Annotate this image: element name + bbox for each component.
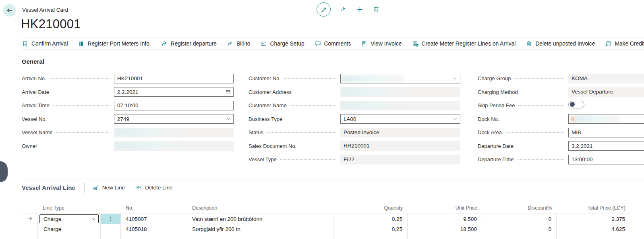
header-no[interactable]: No. [121,205,187,211]
calendar-icon[interactable] [225,89,231,95]
dock-area-input[interactable] [568,128,644,137]
toolbar-delete-unposted-invoice[interactable]: Delete unposted Invoice [526,40,595,47]
document-check-icon [22,40,29,47]
arrival-no-input[interactable] [114,74,234,83]
quantity-cell[interactable]: 0,25 [333,214,408,224]
general-column-3: Charge Group KOMA Charging Method Vessel… [478,72,644,166]
comment-icon [315,40,321,47]
field-label: Dock No. [478,116,499,122]
page-title: HK210001 [21,17,81,31]
customer-no-combobox[interactable] [340,74,460,83]
toolbar-comments[interactable]: Comments [315,40,351,47]
arrival-time-input[interactable] [114,101,234,110]
field-arrival-time: Arrival Time [22,99,234,112]
line-type-select[interactable]: Charge [39,214,99,223]
chevron-down-icon[interactable] [452,76,458,81]
field-label: Dock Area [478,129,502,135]
dotted-leader [502,119,564,119]
toolbar-register-port-meters[interactable]: Register Port Meters Info. [78,40,151,47]
delete-line-button[interactable]: Delete Line [135,184,172,191]
field-label: Business Type [248,116,282,122]
table-header-row: Line Type No. Description Quantity Unit … [22,202,630,214]
general-section-heading[interactable]: General [22,58,44,65]
button-label: New Line [102,185,125,191]
field-status: Status Posted Invoice [248,126,460,139]
row-options-button[interactable] [101,214,120,224]
business-type-combobox[interactable] [340,114,460,124]
vessel-no-combobox[interactable] [114,114,234,124]
row-indicator-cell [22,224,38,234]
skip-period-fee-toggle[interactable] [568,101,584,108]
side-panel-handle[interactable] [0,161,8,182]
field-label: Status [248,129,263,135]
plus-icon[interactable] [356,6,364,13]
toolbar-bill-to[interactable]: Bill-to [227,40,251,47]
header-quantity[interactable]: Quantity [333,205,408,211]
field-arrival-no: Arrival No. [22,72,234,85]
header-description[interactable]: Description [187,205,333,211]
field-label: Charge Group [478,75,511,81]
back-arrow-icon [6,7,13,14]
chevron-down-icon[interactable] [452,116,458,122]
pencil-icon [320,6,327,13]
description-cell[interactable]: Sorpgjald yfir 200 tn [187,224,333,234]
field-owner: Owner [22,139,234,153]
toolbar-make-credit-invoice[interactable]: Make Credit Invoice [605,40,644,47]
field-charge-group: Charge Group KOMA [478,72,644,85]
action-toolbar: Confirm Arrival Register Port Meters Inf… [22,37,644,50]
quantity-cell[interactable]: 0,25 [333,224,408,234]
lines-section-header: Vessel Arrival Line New Line Delete Line [22,182,183,193]
unit-price-cell[interactable]: 9.500 [408,214,482,224]
header-discount[interactable]: Discount% [482,205,557,211]
edit-button[interactable] [317,2,331,17]
description-cell[interactable]: Vatn stærri en 200 brúttótonn [187,214,333,224]
field-vessel-type: Vessel Type FI22 [248,153,460,166]
trash-icon[interactable] [373,6,380,13]
no-cell[interactable]: 4105018 [121,224,187,234]
departure-time-input[interactable] [568,155,644,164]
toolbar-label: Bill-to [236,41,251,47]
redacted-blur [115,129,180,137]
dotted-leader [50,119,110,119]
owner-value-redacted [114,141,234,151]
field-label: Customer Name [248,102,287,108]
toolbar-create-meter-register-lines[interactable]: Create Meter Register Lines on Arrival [412,40,516,47]
toolbar-view-invoice[interactable]: View Invoice [361,40,402,47]
discount-cell[interactable]: 0 [482,214,557,224]
header-total-price[interactable]: Total Price (LCY) [557,205,630,211]
total-price-cell[interactable]: 4.625 [557,224,630,234]
toolbar-confirm-arrival[interactable]: Confirm Arrival [22,40,68,47]
share-icon[interactable] [340,6,347,13]
dotted-leader [295,92,336,92]
arrival-date-input[interactable] [114,87,234,97]
book-icon [78,40,85,47]
no-cell[interactable]: 4105007 [121,214,187,224]
divider [22,196,644,196]
total-price-cell[interactable]: 2.375 [557,214,630,224]
header-unit-price[interactable]: Unit Price [408,205,482,211]
dock-no-input[interactable] [568,114,644,124]
back-button[interactable] [3,4,16,17]
vessel-arrival-lines-table: Line Type No. Description Quantity Unit … [22,202,630,239]
chevron-down-icon[interactable] [226,116,231,122]
discount-cell[interactable]: 0 [482,224,557,234]
line-type-cell[interactable]: Charge [38,224,101,234]
customer-name-value-redacted [340,101,460,110]
dotted-leader [52,92,110,92]
toolbar-label: Confirm Arrival [31,41,68,47]
vessel-arrival-card-page: { "colors": { "accent": "#0b7c84", "sele… [0,0,644,239]
lines-section-heading[interactable]: Vessel Arrival Line [22,184,75,191]
departure-date-input[interactable] [568,141,644,151]
header-line-type[interactable]: Line Type [38,205,101,211]
forward-arrow-icon [227,40,234,47]
sales-document-no-value: HR210001 [340,141,460,151]
charge-group-value: KOMA [568,74,644,83]
unit-price-cell[interactable]: 18.500 [408,224,482,234]
row-options-cell [101,214,121,224]
new-line-button[interactable]: New Line [93,184,125,191]
dotted-leader [290,105,336,106]
toolbar-charge-setup[interactable]: Charge Setup [260,40,304,47]
toolbar-register-departure[interactable]: Register departure [161,40,217,47]
redacted-blur [341,88,401,96]
general-fields: Arrival No. Arrival Date Arrival Time Ve… [22,72,644,166]
